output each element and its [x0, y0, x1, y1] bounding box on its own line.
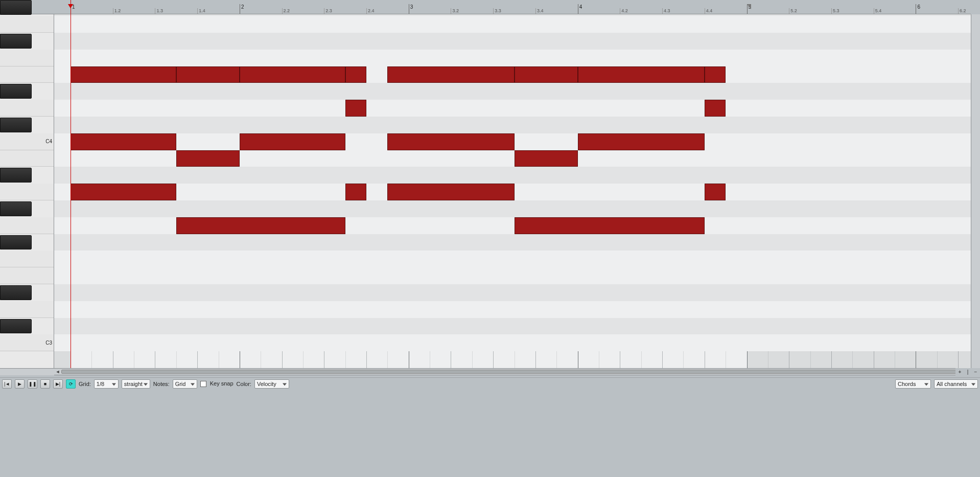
midi-note[interactable] [345, 66, 366, 83]
ruler-beat-label: 3.3 [493, 8, 501, 13]
midi-note[interactable] [176, 66, 240, 83]
piano-white-key[interactable] [0, 16, 54, 33]
ruler-beat-label: 3.2 [451, 8, 459, 13]
transport-play-button[interactable]: ▶ [15, 379, 25, 389]
ruler-beat-label: 2.3 [324, 8, 332, 13]
zoom-in-h-icon[interactable]: + [959, 369, 962, 375]
ruler-beat-label: 4.3 [662, 8, 670, 13]
piano-black-key[interactable] [0, 235, 32, 250]
ruler-beat-label: 5.2 [789, 8, 797, 13]
piano-white-key[interactable] [0, 301, 54, 318]
transport-end-button[interactable]: ▶| [53, 379, 63, 389]
ruler-beat-label: 3.4 [535, 8, 544, 13]
midi-note[interactable] [515, 150, 578, 167]
notes-length-select[interactable]: Grid [173, 379, 197, 389]
ruler-beat-label: 1.2 [113, 8, 121, 13]
piano-white-key[interactable] [0, 50, 54, 66]
timeline-ruler[interactable]: 11.21.31.422.22.32.433.23.33.444.24.34.4… [0, 0, 971, 14]
piano-white-key[interactable] [0, 150, 54, 167]
color-label: Color: [237, 381, 251, 387]
ruler-beat-label: 6.2 [958, 8, 966, 13]
ruler-beat-label: 5.3 [831, 8, 839, 13]
channel-select[interactable]: All channels [934, 379, 978, 389]
ruler-bar-label: 2 [240, 4, 244, 10]
midi-note[interactable] [387, 66, 514, 83]
midi-note[interactable] [71, 133, 176, 150]
loop-end-marker[interactable] [747, 4, 751, 9]
midi-note[interactable] [71, 184, 176, 200]
piano-white-key[interactable] [0, 100, 54, 117]
hscroll-thumb[interactable] [61, 370, 964, 374]
transport-pause-button[interactable]: ❚❚ [28, 379, 37, 389]
chord-select[interactable]: Chords [895, 379, 931, 389]
midi-note[interactable] [705, 66, 726, 83]
midi-note[interactable] [387, 184, 514, 200]
ruler-bar-label: 3 [409, 4, 413, 10]
midi-note[interactable] [71, 66, 176, 83]
vertical-scrollbar[interactable] [971, 14, 980, 368]
piano-black-key[interactable] [0, 84, 32, 99]
ruler-beat-label: 1.3 [155, 8, 163, 13]
piano-black-key[interactable] [0, 118, 32, 132]
midi-note[interactable] [176, 217, 345, 234]
transport-loop-button[interactable]: ⟳ [66, 379, 76, 389]
key-snap-checkbox[interactable] [200, 381, 206, 387]
piano-white-key[interactable] [0, 217, 54, 234]
midi-note[interactable] [578, 66, 705, 83]
midi-note[interactable] [176, 150, 240, 167]
piano-key-label: C3 [45, 340, 52, 346]
ruler-bar-label: 6 [916, 4, 920, 10]
piano-white-key[interactable] [0, 251, 54, 267]
piano-black-key[interactable] [0, 201, 32, 216]
midi-note[interactable] [578, 133, 705, 150]
midi-note[interactable] [705, 100, 726, 117]
piano-white-key[interactable] [0, 184, 54, 200]
piano-scroll-strip[interactable] [0, 368, 54, 375]
midi-note[interactable] [515, 66, 578, 83]
swing-select[interactable]: straight [122, 379, 150, 389]
key-snap-control[interactable]: Key snap [200, 380, 234, 387]
piano-black-key[interactable] [0, 0, 32, 15]
midi-note[interactable] [705, 184, 726, 200]
ruler-beat-label: 2.2 [282, 8, 290, 13]
scroll-left-arrow[interactable]: ◄ [54, 369, 61, 375]
ruler-beat-label: 4.4 [705, 8, 713, 13]
piano-white-key[interactable] [0, 66, 54, 83]
midi-note[interactable] [240, 66, 345, 83]
piano-black-key[interactable] [0, 319, 32, 334]
piano-black-key[interactable] [0, 34, 32, 49]
midi-note[interactable] [387, 133, 514, 150]
ruler-bar-label: 4 [578, 4, 582, 10]
piano-black-key[interactable] [0, 168, 32, 183]
midi-note[interactable] [345, 184, 366, 200]
midi-note[interactable] [240, 133, 345, 150]
midi-note[interactable] [515, 217, 705, 234]
playhead[interactable] [71, 0, 71, 368]
zoom-div-icon: | [967, 369, 969, 375]
piano-key-label: C4 [45, 139, 52, 144]
ruler-beat-label: 1.4 [197, 8, 205, 13]
grid-label: Grid: [79, 381, 91, 387]
ruler-beat-label: 4.2 [620, 8, 628, 13]
midi-note[interactable] [345, 100, 366, 117]
status-bar: |◄ ▶ ❚❚ ■ ▶| ⟳ Grid: 1/8 straight Notes:… [0, 377, 980, 390]
transport-stop-button[interactable]: ■ [40, 379, 50, 389]
ruler-beat-label: 2.4 [366, 8, 375, 13]
transport-start-button[interactable]: |◄ [2, 379, 12, 389]
notes-label: Notes: [153, 381, 170, 387]
horizontal-scrollbar[interactable]: ◄ ► [54, 368, 971, 375]
ruler-beat-label: 5.4 [874, 8, 882, 13]
color-mode-select[interactable]: Velocity [254, 379, 289, 389]
piano-keyboard[interactable]: C4C3 [0, 14, 54, 368]
midi-note-grid[interactable] [54, 14, 971, 368]
piano-black-key[interactable] [0, 285, 32, 300]
grid-resolution-select[interactable]: 1/8 [94, 379, 119, 389]
zoom-controls[interactable]: + | − [955, 368, 980, 375]
piano-white-key[interactable] [0, 267, 54, 284]
zoom-out-h-icon[interactable]: − [974, 369, 977, 375]
